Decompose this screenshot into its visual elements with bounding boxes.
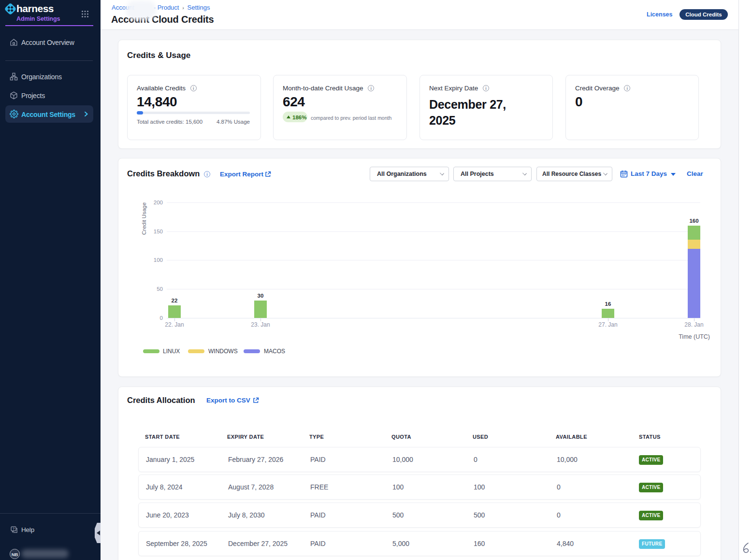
svg-text:?: ?: [13, 527, 14, 531]
